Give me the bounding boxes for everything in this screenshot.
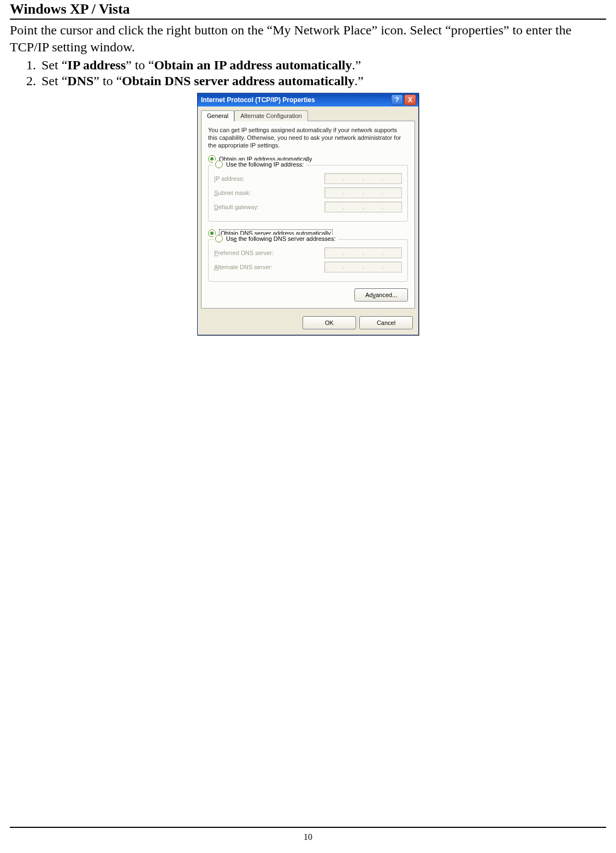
cancel-button[interactable]: Cancel <box>359 316 413 329</box>
step-2: Set “DNS” to “Obtain DNS server address … <box>39 74 606 88</box>
ok-button[interactable]: OK <box>303 316 356 329</box>
ip-manual-group: Use the following IP address: IP address… <box>208 165 408 222</box>
help-icon[interactable]: ? <box>391 94 403 105</box>
alternate-dns-field[interactable]: ... <box>324 262 402 273</box>
footer-rule <box>10 827 606 828</box>
default-gateway-field[interactable]: ... <box>324 202 402 212</box>
steps-list: Set “IP address” to “Obtain an IP addres… <box>10 58 606 88</box>
page-number: 10 <box>0 832 616 842</box>
preferred-dns-field[interactable]: ... <box>324 247 402 258</box>
tab-alternate-configuration[interactable]: Alternate Configuration <box>234 110 308 121</box>
ip-address-field[interactable]: ... <box>324 173 402 184</box>
dialog-titlebar[interactable]: Internet Protocol (TCP/IP) Properties ? … <box>198 93 418 106</box>
tcpip-properties-dialog: Internet Protocol (TCP/IP) Properties ? … <box>197 93 419 335</box>
tab-strip: General Alternate Configuration <box>198 106 418 121</box>
section-heading: Windows XP / Vista <box>10 1 606 20</box>
dialog-title: Internet Protocol (TCP/IP) Properties <box>201 96 390 104</box>
label-preferred-dns: Preferred DNS server: <box>214 250 324 256</box>
radio-icon <box>215 235 223 242</box>
advanced-button[interactable]: Advanced... <box>354 288 408 301</box>
intro-paragraph: Point the cursor and click the right but… <box>10 22 606 56</box>
dialog-description: You can get IP settings assigned automat… <box>208 127 408 149</box>
radio-use-following-dns[interactable]: Use the following DNS server addresses: <box>213 235 338 242</box>
label-subnet-mask: Subnet mask: <box>214 189 324 196</box>
radio-icon <box>215 161 223 168</box>
step-1: Set “IP address” to “Obtain an IP addres… <box>39 58 606 73</box>
subnet-mask-field[interactable]: ... <box>324 187 402 198</box>
label-alternate-dns: Alternate DNS server: <box>214 264 324 270</box>
radio-use-following-ip[interactable]: Use the following IP address: <box>213 161 306 168</box>
tab-panel-general: You can get IP settings assigned automat… <box>201 121 415 308</box>
close-icon[interactable]: X <box>404 94 416 105</box>
label-ip-address: IP address: <box>214 175 324 182</box>
dns-manual-group: Use the following DNS server addresses: … <box>208 239 408 282</box>
label-default-gateway: Default gateway: <box>214 204 324 210</box>
tab-general[interactable]: General <box>201 110 234 121</box>
dialog-button-row: OK Cancel <box>198 312 418 335</box>
